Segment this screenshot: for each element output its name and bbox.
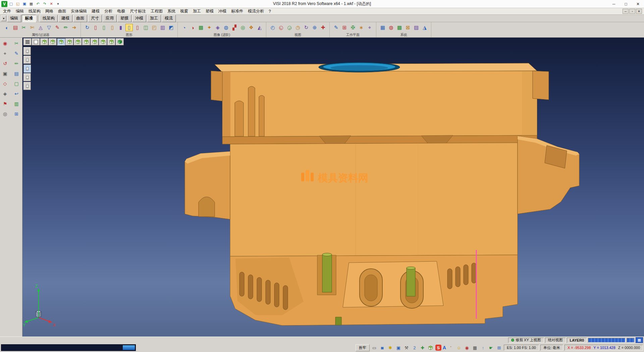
tab-die[interactable]: 冲模	[132, 15, 146, 22]
menu-item[interactable]: 分析	[102, 8, 115, 15]
ribbon-icon[interactable]: ✎	[54, 24, 61, 31]
ribbon-icon[interactable]: ◷	[294, 24, 302, 31]
view-bottom-button[interactable]	[49, 38, 57, 45]
menu-item[interactable]: 建模	[89, 8, 102, 15]
ribbon-icon[interactable]: ▞	[231, 24, 238, 31]
view-menu-button[interactable]	[23, 38, 32, 45]
menu-item[interactable]: 冲模	[216, 8, 229, 15]
ribbon-icon[interactable]: ▥	[159, 24, 166, 31]
shaded-cube-icon[interactable]	[427, 344, 434, 351]
ribbon-icon[interactable]: ◑	[189, 24, 196, 31]
ribbon-icon[interactable]: ▨	[413, 24, 420, 31]
ribbon-icon[interactable]: ➔	[70, 24, 78, 31]
sidebar-tool-icon[interactable]: ✏	[13, 60, 20, 67]
ribbon-icon[interactable]: ▽	[45, 24, 53, 31]
settings-gear-icon[interactable]: ✱	[387, 344, 394, 351]
lock-button[interactable]: 拴牢	[356, 344, 370, 351]
emoji-icon[interactable]: ☺	[455, 344, 462, 351]
tab-dimension[interactable]: 尺寸	[88, 15, 102, 22]
view-top-button[interactable]	[40, 38, 48, 45]
ribbon-icon[interactable]: ◈	[214, 24, 221, 31]
save-icon[interactable]: ▣	[21, 1, 28, 7]
cad-model-canvas[interactable]: 模具资料网 Z Y X	[22, 38, 644, 337]
ribbon-icon[interactable]: ◰	[151, 24, 158, 31]
tab-options-dropdown-icon[interactable]: ▾	[1, 15, 6, 21]
sidebar-tool-icon[interactable]: ▣	[1, 70, 9, 77]
close-button[interactable]: ✕	[632, 0, 644, 8]
ribbon-icon[interactable]: ◶	[286, 24, 293, 31]
menu-item[interactable]: 加工	[191, 8, 203, 15]
tab-mold[interactable]: 塑膜	[117, 15, 131, 22]
mdi-minimize-button[interactable]: ─	[623, 9, 629, 14]
view-trim-panel[interactable]: 修剪 XY 上视图	[508, 338, 544, 343]
qat-dropdown-icon[interactable]: ▾	[55, 1, 61, 7]
view-left-button[interactable]	[74, 38, 82, 45]
menu-item[interactable]: 标准件	[229, 8, 246, 15]
sidebar-tool-icon[interactable]: ✎	[13, 50, 20, 57]
menu-item[interactable]: ?	[266, 8, 273, 14]
tab-application[interactable]: 应用	[103, 15, 117, 22]
filter-surfaces-button[interactable]	[23, 56, 31, 64]
sidebar-tool-icon[interactable]: ◈	[1, 90, 9, 97]
view-shaded-button[interactable]	[116, 38, 124, 45]
sidebar-tool-icon[interactable]: ◇	[1, 80, 9, 87]
sidebar-tool-icon[interactable]: ◎	[1, 110, 9, 118]
delete-icon[interactable]: ✕	[48, 1, 54, 7]
ribbon-icon[interactable]: ◭	[256, 24, 263, 31]
view-mode-panel[interactable]: 绝对视图	[545, 338, 566, 343]
tab-flow[interactable]: 模流	[162, 15, 176, 22]
view-iso3-button[interactable]	[107, 38, 115, 45]
ribbon-icon[interactable]: ⊕	[311, 24, 318, 31]
tab-wireframe[interactable]: 线架构	[40, 15, 58, 22]
menu-item[interactable]: 曲面	[56, 8, 68, 15]
hand-icon[interactable]: ☛	[488, 344, 494, 351]
capture-icon[interactable]: ◙	[379, 344, 386, 351]
ribbon-icon[interactable]: ◍	[222, 24, 230, 31]
ribbon-icon[interactable]: ⌖	[366, 24, 373, 31]
menu-item[interactable]: 系统	[165, 8, 178, 15]
ribbon-icon[interactable]: ✂	[20, 24, 28, 31]
ribbon-icon[interactable]: ◎	[239, 24, 247, 31]
ime-punctuation-icon[interactable]: ’	[447, 344, 454, 351]
keyboard-icon[interactable]: ▦	[472, 344, 478, 351]
filter-wireframe-button[interactable]	[23, 73, 31, 81]
units-panel[interactable]: 单位: 毫米	[540, 345, 563, 351]
maximize-button[interactable]: □	[620, 0, 632, 8]
sidebar-tool-icon[interactable]: ↺	[1, 60, 9, 67]
ribbon-icon[interactable]: ▯	[100, 24, 108, 31]
menu-item[interactable]: 视窗	[178, 8, 191, 15]
tab-edit[interactable]: 编辑	[7, 15, 21, 22]
mic-icon[interactable]: ◉	[464, 344, 470, 351]
sogou-logo-icon[interactable]: S	[435, 345, 441, 351]
ribbon-icon[interactable]: ✠	[349, 24, 357, 31]
undo-icon[interactable]: ↶	[35, 1, 41, 7]
display-icon[interactable]: ▭	[371, 344, 378, 351]
new-file-icon[interactable]: ▢	[8, 1, 14, 7]
menu-item[interactable]: 工程图	[148, 8, 165, 15]
sidebar-tool-icon[interactable]: ✂	[13, 40, 20, 47]
layer-manager-button[interactable]: ▦	[636, 337, 643, 343]
ribbon-icon[interactable]: ◫	[142, 24, 150, 31]
menu-item[interactable]: 模流分析	[246, 8, 266, 15]
filter-points-button[interactable]	[23, 82, 31, 90]
redo-icon[interactable]: ↷	[42, 1, 48, 7]
ribbon-icon[interactable]: ◬	[37, 24, 44, 31]
menu-item[interactable]: 网格	[43, 8, 56, 15]
sidebar-tool-icon[interactable]: ⊞	[13, 110, 20, 118]
menu-item[interactable]: 电极	[115, 8, 127, 15]
ribbon-icon[interactable]: ◮	[421, 24, 428, 31]
ribbon-icon[interactable]: ▮	[117, 24, 124, 31]
filter-solids-button[interactable]	[23, 47, 31, 55]
menu-item[interactable]: 线架构	[26, 8, 43, 15]
ribbon-icon[interactable]: ◴	[269, 24, 276, 31]
ribbon-icon[interactable]: ▩	[396, 24, 403, 31]
open-file-icon[interactable]: ◱	[15, 1, 21, 7]
ribbon-icon[interactable]: ⊠	[404, 24, 412, 31]
layer-panel[interactable]: LAYER0	[567, 338, 587, 343]
ribbon-icon[interactable]: ▯	[134, 24, 141, 31]
sidebar-tool-icon[interactable]: ▥	[13, 100, 20, 107]
tab-standard[interactable]: 标准	[22, 15, 36, 22]
ribbon-icon[interactable]: ▦	[379, 24, 386, 31]
menu-item[interactable]: 实体编辑	[68, 8, 89, 15]
ribbon-icon[interactable]: ▤	[12, 24, 19, 31]
